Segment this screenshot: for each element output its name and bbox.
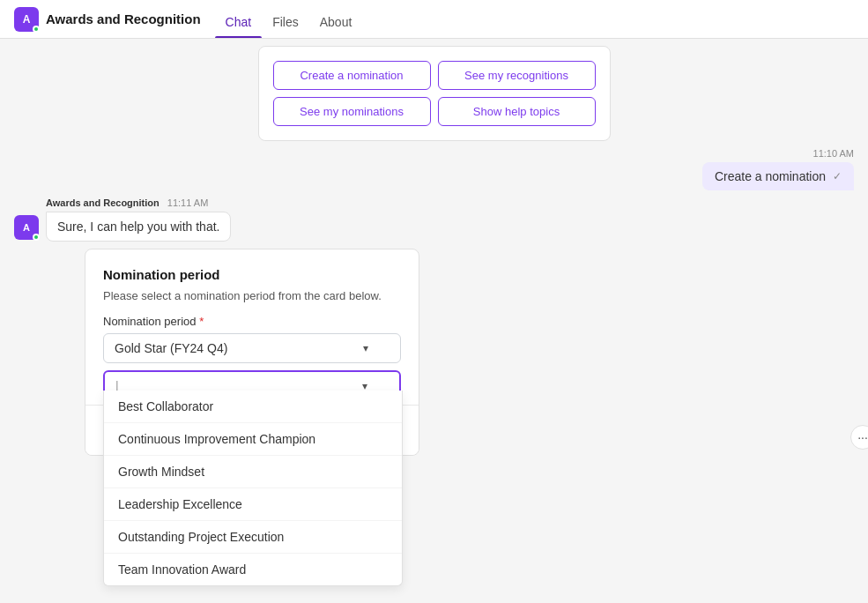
nav-tabs: Chat Files About	[215, 0, 363, 38]
bot-name: Awards and Recognition	[46, 197, 160, 208]
btn-see-nominations[interactable]: See my nominations	[273, 97, 431, 126]
user-message-row: 11:10 AM Create a nomination ✓	[0, 148, 868, 190]
chat-area: Create a nomination See my recognitions …	[0, 39, 868, 603]
bot-message-content: Awards and Recognition 11:11 AM Sure, I …	[46, 197, 416, 242]
bot-message-text: Sure, I can help you with that.	[57, 220, 219, 234]
three-dots-icon: ···	[857, 430, 868, 444]
top-nav: A Awards and Recognition Chat Files Abou…	[0, 0, 868, 39]
quick-actions-card: Create a nomination See my recognitions …	[258, 46, 611, 141]
btn-create-nomination[interactable]: Create a nomination	[273, 61, 431, 90]
dropdown-list: Best Collaborator Continuous Improvement…	[103, 391, 403, 586]
quick-actions-wrapper: Create a nomination See my recognitions …	[0, 46, 868, 141]
online-indicator	[33, 26, 40, 33]
btn-show-help[interactable]: Show help topics	[438, 97, 596, 126]
nomination-card-desc: Please select a nomination period from t…	[103, 289, 401, 302]
nomination-card-title: Nomination period	[103, 267, 401, 282]
three-dots-button[interactable]: ···	[850, 425, 868, 450]
user-bubble: Create a nomination ✓	[702, 162, 854, 190]
bot-message-meta: Awards and Recognition 11:11 AM	[46, 197, 416, 208]
bot-avatar: A	[14, 215, 39, 240]
list-item[interactable]: Outstanding Project Execution	[104, 521, 402, 554]
tab-chat[interactable]: Chat	[215, 0, 263, 38]
user-message-text: Create a nomination	[715, 169, 826, 183]
bot-message-time: 11:11 AM	[167, 197, 208, 208]
bot-message-row: A Awards and Recognition 11:11 AM Sure, …	[0, 197, 868, 242]
list-item[interactable]: Best Collaborator	[104, 391, 402, 423]
bot-bubble: Sure, I can help you with that.	[46, 212, 231, 242]
list-item[interactable]: Team Innovation Award	[104, 554, 402, 585]
dropdown-chevron-icon: ▾	[363, 342, 368, 354]
required-indicator: *	[199, 315, 204, 328]
bot-online-dot	[33, 234, 40, 241]
tab-files[interactable]: Files	[262, 0, 309, 38]
nomination-period-dropdown[interactable]: Gold Star (FY24 Q4) ▾	[103, 333, 401, 363]
tab-about[interactable]: About	[309, 0, 363, 38]
app-icon: A	[14, 7, 39, 32]
check-icon: ✓	[833, 170, 842, 182]
btn-see-recognitions[interactable]: See my recognitions	[438, 61, 596, 90]
nomination-card: Nomination period Please select a nomina…	[85, 249, 419, 456]
list-item[interactable]: Continuous Improvement Champion	[104, 423, 402, 456]
dropdown-selected-value: Gold Star (FY24 Q4)	[115, 341, 227, 355]
app-title: Awards and Recognition	[46, 11, 201, 26]
nomination-field-label: Nomination period *	[103, 315, 401, 328]
nomination-card-container: Nomination period Please select a nomina…	[0, 249, 868, 456]
messages-scroll: Create a nomination See my recognitions …	[0, 39, 868, 562]
list-item[interactable]: Growth Mindset	[104, 456, 402, 488]
list-item[interactable]: Leadership Excellence	[104, 488, 402, 521]
user-message-time: 11:10 AM	[813, 148, 854, 159]
